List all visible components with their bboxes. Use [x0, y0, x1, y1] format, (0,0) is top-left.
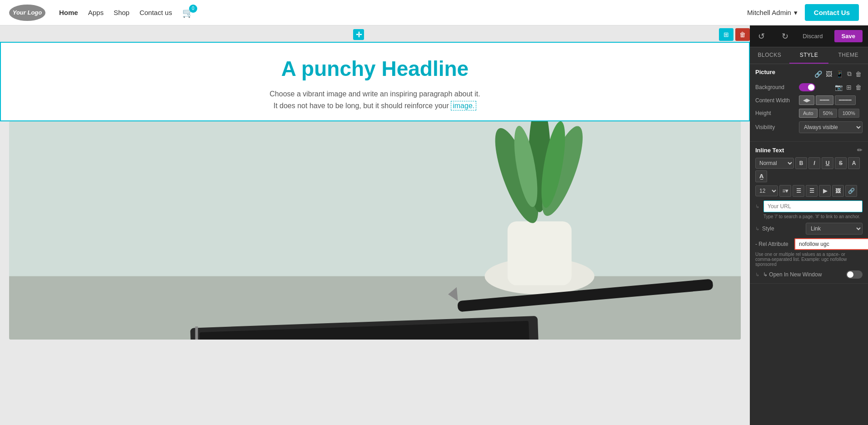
- content-width-buttons: ◀▶ ━━━ ━━━━: [799, 95, 856, 105]
- cw-medium-btn[interactable]: ━━━: [816, 95, 833, 105]
- bold-btn[interactable]: B: [795, 157, 807, 169]
- canvas-area: ✛ ⊞ 🗑 A punchy Headline Choose a vibrant…: [0, 25, 750, 425]
- inline-text-edit-btn[interactable]: ✏: [857, 146, 863, 154]
- cw-wide-btn[interactable]: ━━━━: [835, 95, 856, 105]
- bullets-btn[interactable]: ☰: [793, 185, 804, 197]
- new-window-label: ↳ Open In New Window: [763, 271, 822, 278]
- link-style-select[interactable]: Link Button Button Outline: [806, 223, 863, 235]
- block-grid-btn[interactable]: ⊞: [719, 28, 733, 41]
- image-block: [9, 121, 741, 340]
- font-size-select[interactable]: 12 14 16 18 24: [755, 185, 778, 196]
- bg-upload-icon[interactable]: 📷: [834, 83, 843, 92]
- url-row: ↳: [755, 200, 863, 212]
- height-buttons: Auto 50% 100%: [799, 109, 859, 118]
- image-insert-btn[interactable]: 🖼: [832, 185, 844, 197]
- picture-title: Picture: [755, 69, 775, 75]
- visibility-row: Visibility Always visible Hidden on mobi…: [755, 121, 863, 133]
- content-width-row: Content Width ◀▶ ━━━ ━━━━: [755, 95, 863, 105]
- numbered-btn[interactable]: ☰: [806, 185, 818, 197]
- background-row: Background 📷 ⊞ 🗑: [755, 83, 863, 92]
- admin-dropdown[interactable]: Mitchell Admin ▾: [747, 9, 798, 17]
- text-color-btn[interactable]: A: [848, 157, 860, 169]
- redo-btn[interactable]: ↻: [779, 30, 791, 42]
- hero-subtitle: Choose a vibrant image and write an insp…: [10, 88, 740, 111]
- main-layout: ✛ ⊞ 🗑 A punchy Headline Choose a vibrant…: [0, 25, 868, 425]
- height-100-btn[interactable]: 100%: [838, 109, 859, 118]
- rel-label: - Rel Attribute: [755, 241, 792, 247]
- cart-badge: 0: [189, 5, 197, 13]
- visibility-label: Visibility: [755, 124, 796, 130]
- italic-btn[interactable]: I: [808, 157, 820, 169]
- contact-btn[interactable]: Contact Us: [805, 4, 859, 21]
- style-row: ↳ Style Link Button Button Outline: [755, 223, 863, 235]
- save-btn[interactable]: Save: [834, 30, 863, 42]
- format-row-1: Normal Heading 1 Heading 2 Heading 3 B I…: [755, 157, 863, 182]
- height-auto-btn[interactable]: Auto: [799, 109, 818, 118]
- new-window-indent: ↳: [755, 272, 759, 278]
- picture-icons: 🔗 🖼 📱 ⧉ 🗑: [813, 69, 863, 79]
- image-icon[interactable]: 🖼: [825, 69, 833, 79]
- url-hint: Type '/' to search a page. '#' to link t…: [755, 214, 863, 219]
- new-window-toggle-knob: [847, 271, 853, 278]
- picture-section: Picture 🔗 🖼 📱 ⧉ 🗑 Background 📷 ⊞: [750, 64, 868, 142]
- discard-btn[interactable]: Discard: [803, 33, 823, 40]
- url-input[interactable]: [763, 200, 863, 212]
- undo-btn[interactable]: ↺: [755, 30, 768, 42]
- block-delete-btn[interactable]: 🗑: [735, 28, 750, 41]
- format-select[interactable]: Normal Heading 1 Heading 2 Heading 3: [755, 158, 794, 169]
- align-btn[interactable]: ≡▾: [779, 185, 791, 197]
- rel-input[interactable]: [794, 238, 868, 250]
- nav-shop[interactable]: Shop: [114, 9, 130, 16]
- svg-rect-4: [508, 221, 572, 285]
- strikethrough-btn[interactable]: S: [835, 157, 847, 169]
- rel-hint: Use one or multiple rel values as a spac…: [755, 252, 863, 267]
- new-window-toggle[interactable]: [846, 270, 863, 279]
- logo[interactable]: Your Logo: [9, 5, 45, 21]
- style-indent-arrow: ↳: [755, 226, 759, 232]
- link-icon[interactable]: 🔗: [813, 69, 823, 79]
- inline-text-header: Inline Text ✏: [755, 146, 863, 154]
- underline-btn[interactable]: U: [822, 157, 833, 169]
- style-label: Style: [762, 225, 803, 232]
- text-highlight-btn[interactable]: A̲: [755, 170, 767, 182]
- inline-text-section: Inline Text ✏ Normal Heading 1 Heading 2…: [750, 142, 868, 284]
- tab-style[interactable]: STYLE: [789, 47, 829, 64]
- navbar: Your Logo Home Apps Shop Contact us 🛒 0 …: [0, 0, 868, 25]
- tab-theme[interactable]: THEME: [828, 47, 868, 64]
- right-panel: ↺ ↻ Discard Save BLOCKS STYLE THEME Pict…: [750, 25, 868, 425]
- nav-right: Mitchell Admin ▾ Contact Us: [747, 4, 859, 21]
- delete-icon[interactable]: 🗑: [854, 69, 863, 79]
- panel-top-buttons: ↺ ↻ Discard Save: [750, 25, 868, 47]
- nav-apps[interactable]: Apps: [88, 9, 104, 16]
- logo-text: Your Logo: [9, 5, 45, 21]
- nav-links: Home Apps Shop Contact us 🛒 0: [59, 7, 194, 18]
- background-toggle[interactable]: [799, 83, 815, 91]
- block-toolbar: ✛ ⊞ 🗑: [0, 25, 750, 42]
- rel-row: - Rel Attribute: [755, 238, 863, 250]
- content-width-label: Content Width: [755, 97, 796, 104]
- bg-resize-icon[interactable]: ⊞: [845, 83, 853, 92]
- url-indent-arrow: ↳: [755, 204, 761, 210]
- mobile-icon[interactable]: 📱: [835, 69, 844, 79]
- height-row: Height Auto 50% 100%: [755, 109, 863, 118]
- play-btn[interactable]: ▶: [819, 185, 831, 197]
- copy-icon[interactable]: ⧉: [846, 69, 853, 79]
- height-50-btn[interactable]: 50%: [819, 109, 837, 118]
- tab-blocks[interactable]: BLOCKS: [750, 47, 789, 64]
- block-handle-icon[interactable]: ✛: [353, 29, 364, 40]
- nav-contact[interactable]: Contact us: [140, 9, 172, 16]
- panel-tabs: BLOCKS STYLE THEME: [750, 47, 868, 64]
- hero-block: A punchy Headline Choose a vibrant image…: [0, 42, 750, 121]
- inline-text-title: Inline Text: [755, 147, 784, 154]
- toggle-knob: [808, 84, 814, 90]
- visibility-select[interactable]: Always visible Hidden on mobile Hidden o…: [799, 121, 863, 133]
- hero-inline-link[interactable]: image.: [451, 101, 476, 110]
- nav-home[interactable]: Home: [59, 9, 78, 16]
- svg-rect-1: [9, 121, 741, 285]
- height-label: Height: [755, 110, 796, 116]
- bg-trash-icon[interactable]: 🗑: [854, 83, 863, 92]
- cw-narrow-btn[interactable]: ◀▶: [799, 95, 814, 105]
- cart-button[interactable]: 🛒 0: [182, 7, 194, 18]
- format-row-2: 12 14 16 18 24 ≡▾ ☰ ☰ ▶ 🖼 🔗: [755, 185, 863, 197]
- link-insert-btn[interactable]: 🔗: [845, 185, 857, 197]
